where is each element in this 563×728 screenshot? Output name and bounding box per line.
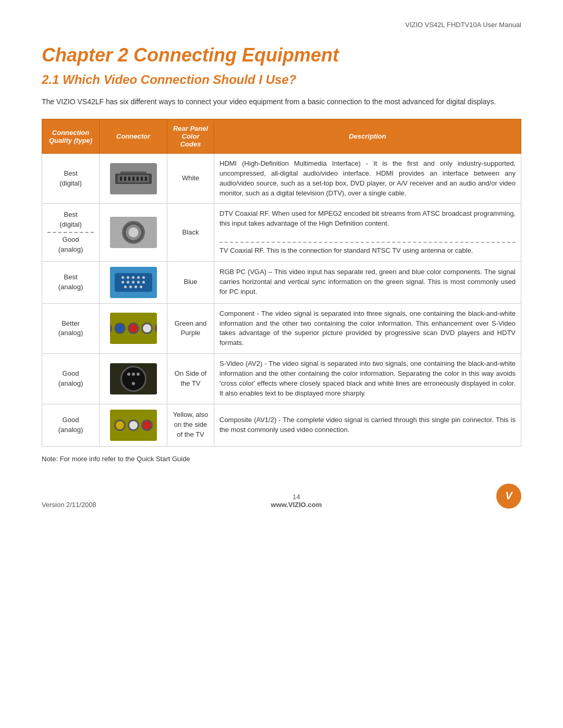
vga-dot: [142, 276, 145, 279]
vga-dot: [134, 286, 137, 288]
connector-hdmi: [100, 154, 167, 204]
quality-better-analog: Better(analog): [42, 303, 100, 353]
coax-connector-image: [110, 217, 157, 248]
table-row: Better(analog) Green and Purple: [42, 303, 521, 353]
desc-composite: Composite (AV1/2) - The complete video s…: [214, 404, 521, 446]
svg-rect-5: [128, 177, 130, 181]
svideo-connector-image: [110, 363, 157, 394]
section-title: 2.1 Which Video Connection Should I Use?: [42, 72, 521, 87]
vga-connector-image: [110, 267, 157, 298]
vga-shape: [115, 273, 152, 292]
connection-table: Connection Quality (type) Connector Rear…: [42, 119, 521, 447]
svg-rect-4: [124, 177, 126, 181]
connector-vga: [100, 261, 167, 303]
vga-dot: [127, 276, 129, 279]
vga-dot: [121, 276, 124, 279]
table-row: Best(analog): [42, 261, 521, 303]
svideo-pin: [132, 382, 135, 385]
component-circle-green: [110, 323, 112, 334]
footer-page: 14: [292, 493, 300, 501]
note-text: Note: For more info refer to the Quick S…: [42, 455, 521, 463]
header-color: Rear Panel Color Codes: [167, 119, 214, 154]
composite-connector-image: [110, 410, 157, 441]
svideo-shape: [120, 366, 146, 392]
table-row: Good(analog) Yellow, also on the side of…: [42, 404, 521, 446]
desc-coax: DTV Coaxial RF. When used for MPEG2 enco…: [214, 204, 521, 261]
vga-dot: [140, 286, 142, 288]
quality-good-analog-svideo: Good(analog): [42, 354, 100, 404]
quality-best-digital-good-analog: Best(digital) Good(analog): [42, 204, 100, 261]
page: VIZIO VS42L FHDTV10A User Manual Chapter…: [0, 0, 563, 728]
intro-paragraph: The VIZIO VS42LF has six different ways …: [42, 96, 521, 107]
vga-dots-row2: [121, 281, 145, 283]
svg-rect-7: [137, 177, 139, 181]
vga-dot: [127, 281, 129, 283]
vga-dot: [142, 281, 145, 283]
footer-center: 14 www.VIZIO.com: [271, 493, 322, 509]
component-circle-red2: [155, 323, 157, 334]
component-circles: [110, 323, 157, 334]
hdmi-connector-image: [110, 163, 157, 194]
svg-rect-9: [145, 177, 147, 181]
vga-dot: [137, 276, 140, 279]
table-row: Good(analog) On Side of the TV S-Video: [42, 354, 521, 404]
desc-hdmi: HDMI (High-Definition Multimedia Interfa…: [214, 154, 521, 204]
coax-shape: [122, 221, 145, 244]
footer-website: www.VIZIO.com: [271, 501, 322, 509]
hdmi-svg: [113, 166, 154, 191]
connector-svideo: [100, 354, 167, 404]
composite-circles: [114, 419, 153, 431]
manual-title: VIZIO VS42L FHDTV10A User Manual: [405, 21, 521, 29]
svideo-pin: [137, 373, 140, 376]
color-on-side: On Side of the TV: [167, 354, 214, 404]
table-row: Best(digital) Good(analog) Black DTV Coa…: [42, 204, 521, 261]
connector-coax: [100, 204, 167, 261]
connector-component: [100, 303, 167, 353]
composite-circle-white: [128, 419, 139, 431]
svg-rect-8: [141, 177, 143, 181]
vga-dot: [137, 281, 140, 283]
svg-rect-2: [120, 171, 146, 174]
composite-circle-yellow: [114, 419, 126, 431]
header-quality: Connection Quality (type): [42, 119, 100, 154]
header-connector: Connector: [100, 119, 167, 154]
vga-dot: [124, 286, 127, 288]
svg-rect-6: [132, 177, 134, 181]
footer: Version 2/11/2008 14 www.VIZIO.com V: [42, 478, 521, 509]
chapter-title: Chapter 2 Connecting Equipment: [42, 44, 521, 66]
header-description: Description: [214, 119, 521, 154]
vga-dots-row3: [124, 286, 142, 288]
table-row: Best(digital): [42, 154, 521, 204]
logo-letter: V: [505, 490, 512, 502]
svg-rect-3: [120, 177, 122, 181]
connector-composite: [100, 404, 167, 446]
quality-best-digital-1: Best(digital): [42, 154, 100, 204]
component-circle-red: [128, 323, 139, 334]
desc-svideo: S-Video (AV2) - The video signal is sepa…: [214, 354, 521, 404]
color-green-purple: Green and Purple: [167, 303, 214, 353]
svideo-pin: [132, 373, 135, 376]
color-blue: Blue: [167, 261, 214, 303]
desc-vga: RGB PC (VGA) – This video input has sepa…: [214, 261, 521, 303]
desc-component: Component - The video signal is separate…: [214, 303, 521, 353]
component-circle-blue: [114, 323, 126, 334]
color-yellow-side: Yellow, also on the side of the TV: [167, 404, 214, 446]
color-white: White: [167, 154, 214, 204]
svideo-pin: [127, 373, 130, 376]
manual-header: VIZIO VS42L FHDTV10A User Manual: [42, 21, 521, 29]
color-black: Black: [167, 204, 214, 261]
vga-dot: [132, 276, 134, 279]
vga-dot: [121, 281, 124, 283]
vizio-logo: V: [496, 484, 521, 509]
quality-good-analog-composite: Good(analog): [42, 404, 100, 446]
vga-dots-row1: [121, 276, 145, 279]
vga-dot: [132, 281, 134, 283]
vga-dot: [129, 286, 132, 288]
component-connector-image: [110, 313, 157, 344]
component-circle-white: [141, 323, 153, 334]
quality-best-analog-vga: Best(analog): [42, 261, 100, 303]
footer-version: Version 2/11/2008: [42, 501, 96, 509]
composite-circle-red: [141, 419, 153, 431]
